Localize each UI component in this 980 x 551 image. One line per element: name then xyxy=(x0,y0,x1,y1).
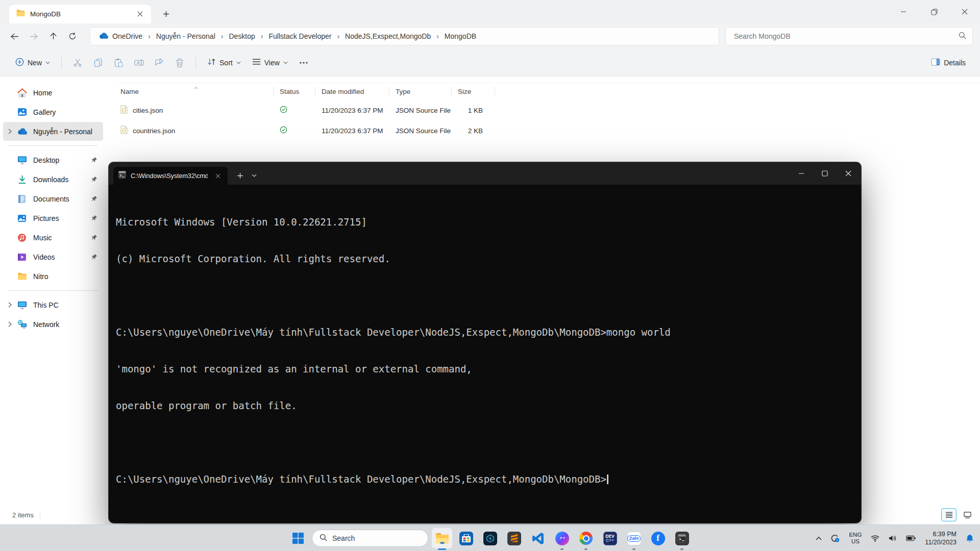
chevron-right-icon[interactable] xyxy=(3,321,16,327)
sidebar-item-gallery[interactable]: Gallery xyxy=(3,103,103,121)
tab-close-icon[interactable] xyxy=(134,8,146,20)
pictures-icon xyxy=(16,214,28,222)
explorer-command-bar: New Sort View Det xyxy=(0,49,980,77)
delete-icon[interactable] xyxy=(170,53,189,72)
column-header-size[interactable]: Size xyxy=(452,83,495,100)
sidebar-item-music[interactable]: Music xyxy=(3,228,103,247)
wifi-icon[interactable] xyxy=(869,533,881,544)
share-icon[interactable] xyxy=(150,53,169,72)
restore-icon[interactable] xyxy=(919,0,949,23)
chevron-right-icon[interactable] xyxy=(3,302,16,308)
sidebar-item-nitro[interactable]: Nitro xyxy=(3,267,103,286)
terminal-close-icon[interactable] xyxy=(837,162,860,185)
explorer-window-controls xyxy=(888,0,980,23)
breadcrumb-item-desktop[interactable]: Desktop xyxy=(225,30,259,42)
taskbar-messenger-icon[interactable] xyxy=(552,528,572,548)
new-plus-icon xyxy=(15,58,24,68)
refresh-icon[interactable] xyxy=(63,27,82,45)
close-icon[interactable] xyxy=(949,0,980,23)
file-type: JSON Source File xyxy=(389,127,452,135)
breadcrumb[interactable]: OneDrive Nguyễn - Personal Desktop Fulls… xyxy=(90,27,719,45)
sidebar-item-desktop[interactable]: Desktop xyxy=(3,151,103,169)
explorer-nav-bar: OneDrive Nguyễn - Personal Desktop Fulls… xyxy=(0,23,980,49)
sidebar-item-documents[interactable]: Documents xyxy=(3,189,103,208)
terminal-title-bar[interactable]: C:\Windows\System32\cmd.e xyxy=(109,162,861,185)
explorer-tab[interactable]: MongoDB xyxy=(9,5,151,23)
language-indicator[interactable]: ENG US xyxy=(847,531,864,546)
notification-bell-icon[interactable] xyxy=(964,532,976,545)
large-icons-view-toggle[interactable] xyxy=(960,508,975,521)
taskbar: Search xyxy=(0,524,980,551)
terminal-console[interactable]: Microsoft Windows [Version 10.0.22621.27… xyxy=(109,185,861,523)
more-options-icon[interactable] xyxy=(294,53,313,72)
sidebar-item-network[interactable]: Network xyxy=(3,315,103,334)
breadcrumb-item-profile[interactable]: Nguyễn - Personal xyxy=(152,30,219,42)
view-button[interactable]: View xyxy=(247,53,293,72)
taskbar-chrome-icon[interactable] xyxy=(576,528,596,548)
minimize-icon[interactable] xyxy=(888,0,919,23)
breadcrumb-separator-icon xyxy=(146,32,152,40)
details-button[interactable]: Details xyxy=(926,53,971,72)
sidebar-item-this-pc[interactable]: This PC xyxy=(3,295,103,314)
chevron-right-icon[interactable] xyxy=(3,129,16,134)
toolbar-divider xyxy=(61,56,62,69)
tray-info-icon[interactable] xyxy=(829,532,842,544)
synced-status-icon xyxy=(280,106,287,115)
cut-icon[interactable] xyxy=(68,53,87,72)
back-icon[interactable] xyxy=(5,27,23,45)
sort-button[interactable]: Sort xyxy=(202,53,246,72)
column-header-type[interactable]: Type xyxy=(389,83,452,100)
terminal-minimize-icon[interactable] xyxy=(790,162,813,185)
new-button[interactable]: New xyxy=(10,53,55,72)
sidebar-item-videos[interactable]: Videos xyxy=(3,247,103,266)
table-row[interactable]: {} countries.json 11/20/2023 6:37 PM JSO… xyxy=(117,120,980,141)
start-button[interactable] xyxy=(288,528,308,548)
taskbar-facebook-icon[interactable]: f xyxy=(648,528,668,548)
svg-text:{}: {} xyxy=(121,108,127,113)
breadcrumb-item-mongodb[interactable]: MongoDB xyxy=(440,30,480,42)
sidebar-item-pictures[interactable]: Pictures xyxy=(3,209,103,228)
breadcrumb-item-nodejs[interactable]: NodeJS,Exspect,MongoDb xyxy=(341,30,435,42)
rename-icon[interactable] xyxy=(129,53,149,72)
details-view-toggle[interactable] xyxy=(941,508,957,521)
volume-icon[interactable] xyxy=(887,533,899,544)
breadcrumb-item-fullstack[interactable]: Fullstack Developer xyxy=(264,30,335,42)
sidebar-item-onedrive-personal[interactable]: Nguyễn - Personal xyxy=(3,122,103,141)
terminal-maximize-icon[interactable] xyxy=(813,162,837,185)
taskbar-sublime-text-icon[interactable] xyxy=(504,528,524,548)
home-icon xyxy=(16,88,28,97)
copy-icon[interactable] xyxy=(88,53,108,72)
pin-icon xyxy=(90,254,98,260)
sidebar-item-downloads[interactable]: Downloads xyxy=(3,170,103,189)
documents-icon xyxy=(16,194,28,204)
up-icon[interactable] xyxy=(44,27,62,45)
column-header-name[interactable]: Name xyxy=(117,83,274,100)
column-header-status[interactable]: Status xyxy=(274,83,315,100)
taskbar-search-input[interactable]: Search xyxy=(312,530,428,547)
clock[interactable]: 6:39 PM 11/20/2023 xyxy=(923,529,959,548)
taskbar-zalo-icon[interactable]: Zalo xyxy=(624,528,644,548)
terminal-tab-dropdown-icon[interactable] xyxy=(248,168,260,183)
taskbar-file-explorer-icon[interactable] xyxy=(432,528,452,548)
terminal-tab[interactable]: C:\Windows\System32\cmd.e xyxy=(113,167,228,185)
taskbar-vscode-icon[interactable] xyxy=(528,528,548,548)
terminal-tab-close-icon[interactable] xyxy=(212,170,224,182)
column-header-date-modified[interactable]: Date modified xyxy=(315,83,389,100)
search-input[interactable]: Search MongoDB xyxy=(725,27,973,45)
battery-icon[interactable] xyxy=(904,533,918,543)
breadcrumb-item-onedrive[interactable]: OneDrive xyxy=(94,30,146,42)
taskbar-terminal-icon[interactable] xyxy=(672,528,692,548)
terminal-new-tab-button[interactable] xyxy=(233,168,247,183)
terminal-line: 'mongo' is not recognized as an internal… xyxy=(116,363,856,375)
new-tab-button[interactable] xyxy=(158,6,174,21)
forward-icon[interactable] xyxy=(24,27,43,45)
paste-icon[interactable] xyxy=(109,53,128,72)
search-icon xyxy=(320,534,327,543)
taskbar-microsoft-store-icon[interactable] xyxy=(456,528,476,548)
search-icon xyxy=(959,32,966,41)
sidebar-item-home[interactable]: Home xyxy=(3,83,103,102)
taskbar-dark-navy-app-icon[interactable] xyxy=(480,528,500,548)
tray-chevron-up-icon[interactable] xyxy=(814,535,824,542)
table-row[interactable]: {} cities.json 11/20/2023 6:37 PM JSON S… xyxy=(117,100,980,120)
taskbar-dev-cpp-icon[interactable]: DEV C++ xyxy=(600,528,620,548)
